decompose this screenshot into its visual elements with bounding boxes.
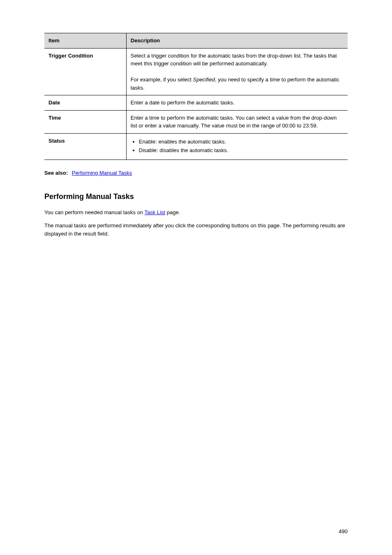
see-also-label: See also: xyxy=(44,170,68,176)
list-item: Disable: disables the automatic tasks. xyxy=(139,146,344,155)
row-label: Time xyxy=(44,110,126,133)
section-para-2: The manual tasks are performed immediate… xyxy=(44,222,348,238)
row-desc: Select a trigger condition for the autom… xyxy=(126,48,348,95)
see-also: See also: Performing Manual Tasks xyxy=(44,170,348,176)
row-label: Date xyxy=(44,95,126,111)
row-desc: Enter a time to perform the automatic ta… xyxy=(126,110,348,133)
see-also-link[interactable]: Performing Manual Tasks xyxy=(72,170,132,176)
para1-after: page. xyxy=(165,209,180,215)
section-heading: Performing Manual Tasks xyxy=(44,192,348,201)
table-row: Status Enable: enables the automatic tas… xyxy=(44,133,348,160)
table-row: Time Enter a time to perform the automat… xyxy=(44,110,348,133)
page-number: 490 xyxy=(339,528,348,534)
item-description-table: Item Description Trigger Condition Selec… xyxy=(44,33,348,160)
section-para-1: You can perform needed manual tasks on T… xyxy=(44,208,348,217)
table-header-item: Item xyxy=(44,33,126,49)
task-list-link[interactable]: Task List xyxy=(145,209,166,215)
table-header-description: Description xyxy=(126,33,348,49)
table-header-row: Item Description xyxy=(44,33,348,49)
row-desc-text-1: Select a trigger condition for the autom… xyxy=(131,53,337,67)
para1-before: You can perform needed manual tasks on xyxy=(44,209,145,215)
list-item: Enable: enables the automatic tasks. xyxy=(139,138,344,146)
row-desc: Enable: enables the automatic tasks. Dis… xyxy=(126,133,348,160)
row-desc-italic: Specified xyxy=(193,76,214,83)
table-row: Trigger Condition Select a trigger condi… xyxy=(44,48,348,95)
row-desc: Enter a date to perform the automatic ta… xyxy=(126,95,348,111)
row-label: Trigger Condition xyxy=(44,48,126,95)
table-row: Date Enter a date to perform the automat… xyxy=(44,95,348,111)
row-label: Status xyxy=(44,133,126,160)
status-bullets: Enable: enables the automatic tasks. Dis… xyxy=(139,138,344,155)
row-desc-text-2: For example, if you select xyxy=(131,76,193,83)
